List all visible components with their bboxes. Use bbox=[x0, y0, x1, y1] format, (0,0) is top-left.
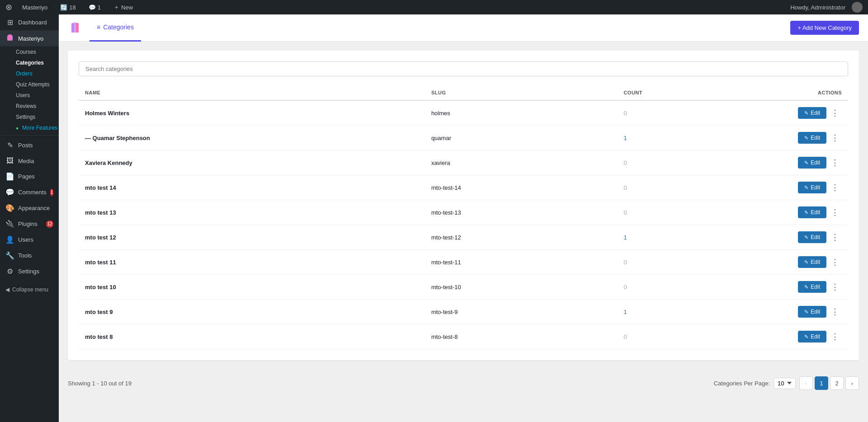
cell-name: mto test 9 bbox=[79, 300, 425, 324]
edit-button[interactable]: ✎ Edit bbox=[798, 256, 826, 268]
sidebar-item-plugins[interactable]: 🔌 Plugins 12 bbox=[0, 216, 59, 232]
more-options-button[interactable]: ⋮ bbox=[828, 281, 842, 293]
more-options-button[interactable]: ⋮ bbox=[828, 306, 842, 318]
adminbar-new[interactable]: ＋ New bbox=[111, 0, 136, 14]
tools-icon: 🔧 bbox=[5, 251, 14, 260]
more-options-button[interactable]: ⋮ bbox=[828, 206, 842, 218]
dashboard-icon: ⊞ bbox=[5, 18, 14, 27]
sidebar-item-posts[interactable]: ✎ Posts bbox=[0, 137, 59, 153]
edit-button[interactable]: ✎ Edit bbox=[798, 157, 826, 169]
adminbar-comments[interactable]: 💬 1 bbox=[86, 0, 104, 14]
col-header-slug: SLUG bbox=[425, 85, 618, 100]
page-2-button[interactable]: 2 bbox=[830, 376, 844, 390]
row-actions-group: ✎ Edit ⋮ bbox=[701, 206, 842, 218]
col-header-name: NAME bbox=[79, 85, 425, 100]
more-options-button[interactable]: ⋮ bbox=[828, 107, 842, 119]
cell-actions: ✎ Edit ⋮ bbox=[694, 175, 848, 200]
updates-icon: 🔄 bbox=[60, 4, 67, 11]
wp-settings-icon: ⚙ bbox=[5, 267, 14, 276]
adminbar-updates[interactable]: 🔄 18 bbox=[57, 0, 78, 14]
sidebar-item-media[interactable]: 🖼 Media bbox=[0, 153, 59, 169]
edit-button[interactable]: ✎ Edit bbox=[798, 331, 826, 342]
cell-actions: ✎ Edit ⋮ bbox=[694, 200, 848, 225]
edit-icon: ✎ bbox=[804, 284, 808, 290]
sidebar-label-dashboard: Dashboard bbox=[18, 19, 47, 26]
cell-name: mto test 12 bbox=[79, 225, 425, 250]
more-options-button[interactable]: ⋮ bbox=[828, 132, 842, 144]
more-options-button[interactable]: ⋮ bbox=[828, 182, 842, 193]
more-options-button[interactable]: ⋮ bbox=[828, 231, 842, 243]
sidebar-item-dashboard[interactable]: ⊞ Dashboard bbox=[0, 14, 59, 30]
sidebar-item-wp-settings[interactable]: ⚙ Settings bbox=[0, 263, 59, 279]
page-header: ≡ Categories + Add New Category bbox=[59, 14, 868, 42]
prev-page-button[interactable]: ‹ bbox=[799, 376, 813, 390]
row-actions-group: ✎ Edit ⋮ bbox=[701, 182, 842, 193]
sidebar-item-reviews[interactable]: Reviews bbox=[7, 101, 59, 112]
cell-count: 0 bbox=[617, 150, 694, 175]
appearance-icon: 🎨 bbox=[5, 204, 14, 212]
edit-button[interactable]: ✎ Edit bbox=[798, 132, 826, 144]
add-new-category-button[interactable]: + Add New Category bbox=[790, 21, 859, 35]
content-card: NAME SLUG COUNT ACTIONS Holmes Winters h… bbox=[68, 51, 859, 360]
edit-button[interactable]: ✎ Edit bbox=[798, 231, 826, 243]
more-options-button[interactable]: ⋮ bbox=[828, 331, 842, 342]
sidebar-item-categories[interactable]: Categories bbox=[7, 57, 59, 68]
edit-button[interactable]: ✎ Edit bbox=[798, 281, 826, 293]
table-row: mto test 10 mto-test-10 0 ✎ Edit ⋮ bbox=[79, 275, 848, 300]
page-tabs: ≡ Categories bbox=[90, 14, 141, 42]
cell-actions: ✎ Edit ⋮ bbox=[694, 225, 848, 250]
sidebar-item-courses[interactable]: Courses bbox=[7, 47, 59, 57]
cell-actions: ✎ Edit ⋮ bbox=[694, 250, 848, 275]
per-page-select[interactable]: 10 20 50 bbox=[774, 378, 796, 389]
media-icon: 🖼 bbox=[5, 157, 14, 165]
sidebar-item-pages[interactable]: 📄 Pages bbox=[0, 169, 59, 184]
pages-icon: 📄 bbox=[5, 172, 14, 181]
wp-logo-icon[interactable]: ⊛ bbox=[5, 2, 12, 12]
edit-button[interactable]: ✎ Edit bbox=[798, 306, 826, 318]
cell-count: 1 bbox=[617, 126, 694, 150]
cell-actions: ✎ Edit ⋮ bbox=[694, 324, 848, 349]
sidebar-item-wp-users[interactable]: 👤 Users bbox=[0, 232, 59, 248]
next-page-button[interactable]: › bbox=[845, 376, 859, 390]
adminbar-howdy[interactable]: Howdy, Administrator bbox=[788, 0, 848, 14]
collapse-menu-button[interactable]: ◀ Collapse menu bbox=[0, 283, 59, 296]
cell-count: 0 bbox=[617, 275, 694, 300]
sidebar-item-appearance[interactable]: 🎨 Appearance bbox=[0, 200, 59, 216]
posts-icon: ✎ bbox=[5, 141, 14, 150]
edit-icon: ✎ bbox=[804, 160, 808, 166]
more-options-button[interactable]: ⋮ bbox=[828, 256, 842, 268]
collapse-icon: ◀ bbox=[5, 286, 9, 293]
cell-name: mto test 10 bbox=[79, 275, 425, 300]
cell-slug: mto-test-8 bbox=[425, 324, 618, 349]
sidebar-item-settings[interactable]: Settings bbox=[7, 112, 59, 122]
cell-slug: mto-test-9 bbox=[425, 300, 618, 324]
per-page-label: Categories Per Page: bbox=[714, 380, 770, 387]
sidebar-item-orders[interactable]: Orders bbox=[7, 68, 59, 79]
edit-button[interactable]: ✎ Edit bbox=[798, 182, 826, 193]
sidebar-item-more-features[interactable]: ● More Features bbox=[7, 122, 59, 133]
search-input[interactable] bbox=[79, 61, 848, 76]
table-row: mto test 8 mto-test-8 0 ✎ Edit ⋮ bbox=[79, 324, 848, 349]
sidebar-item-comments[interactable]: 💬 Comments 1 bbox=[0, 184, 59, 200]
sidebar-item-users[interactable]: Users bbox=[7, 90, 59, 101]
cell-count: 0 bbox=[617, 200, 694, 225]
sidebar-item-tools[interactable]: 🔧 Tools bbox=[0, 248, 59, 263]
edit-button[interactable]: ✎ Edit bbox=[798, 107, 826, 119]
sidebar-item-quiz-attempts[interactable]: Quiz Attempts bbox=[7, 79, 59, 90]
sidebar-item-masteriyo[interactable]: Masteriyo bbox=[0, 30, 59, 47]
edit-button[interactable]: ✎ Edit bbox=[798, 206, 826, 218]
edit-icon: ✎ bbox=[804, 334, 808, 340]
cell-name: — Quamar Stephenson bbox=[79, 126, 425, 150]
sidebar: ⊞ Dashboard Masteriyo Courses Categories bbox=[0, 14, 59, 422]
table-row: mto test 13 mto-test-13 0 ✎ Edit ⋮ bbox=[79, 200, 848, 225]
cell-slug: mto-test-10 bbox=[425, 275, 618, 300]
tab-categories[interactable]: ≡ Categories bbox=[90, 14, 141, 42]
adminbar-site-name[interactable]: Masteriyo bbox=[19, 0, 50, 14]
pagination-right: Categories Per Page: 10 20 50 ‹ 1 2 › bbox=[714, 376, 859, 390]
cell-slug: holmes bbox=[425, 100, 618, 126]
admin-bar: ⊛ Masteriyo 🔄 18 💬 1 ＋ New Howdy, Admini… bbox=[0, 0, 868, 14]
plus-icon: ＋ bbox=[113, 3, 119, 11]
cell-actions: ✎ Edit ⋮ bbox=[694, 275, 848, 300]
page-1-button[interactable]: 1 bbox=[815, 376, 828, 390]
more-options-button[interactable]: ⋮ bbox=[828, 157, 842, 169]
